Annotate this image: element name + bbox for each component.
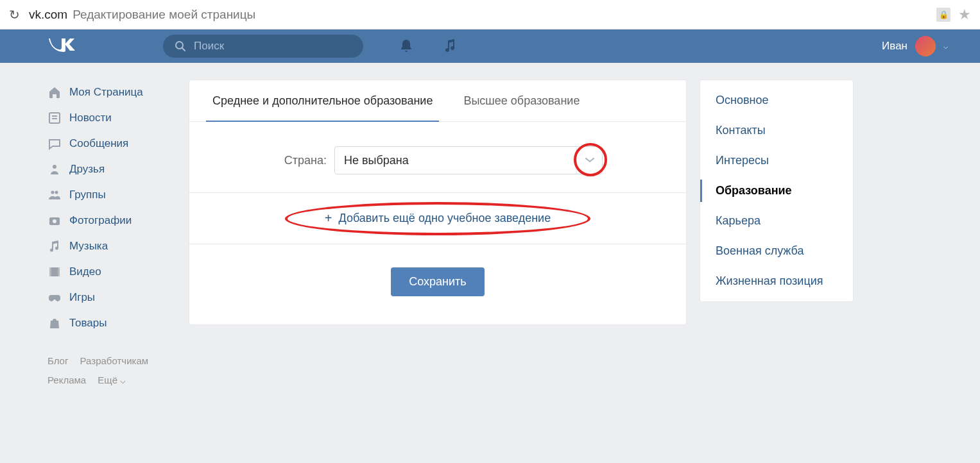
user-menu[interactable]: Иван ⌵ <box>882 36 980 56</box>
chevron-down-icon: ⌵ <box>120 371 126 390</box>
site-header: Иван ⌵ <box>0 29 980 63</box>
add-school-label: Добавить ещё одно учебное заведение <box>339 212 551 225</box>
chevron-down-icon <box>585 158 594 163</box>
nav-groups[interactable]: Группы <box>47 182 176 208</box>
settings-nav: Основное Контакты Интересы Образование К… <box>700 80 854 302</box>
search-input[interactable] <box>194 40 352 53</box>
browser-bar: ↻ vk.com Редактирование моей страницы 🔒 … <box>0 0 980 29</box>
video-icon <box>47 265 62 279</box>
camera-icon <box>47 214 62 228</box>
lock-icon: 🔒 <box>936 8 950 22</box>
avatar <box>915 36 936 56</box>
settings-basic[interactable]: Основное <box>700 85 853 115</box>
country-row: Страна: Не выбрана <box>189 122 686 193</box>
footer-links: Блог Разработчикам Реклама Ещё ⌵ <box>47 351 176 390</box>
nav-my-page[interactable]: Моя Страница <box>47 80 176 105</box>
save-button[interactable]: Сохранить <box>391 267 484 296</box>
nav-photos[interactable]: Фотографии <box>47 208 176 233</box>
nav-news[interactable]: Новости <box>47 105 176 131</box>
nav-music[interactable]: Музыка <box>47 233 176 259</box>
user-name: Иван <box>882 40 907 53</box>
svg-line-1 <box>182 48 185 51</box>
nav-video[interactable]: Видео <box>47 259 176 285</box>
vk-logo[interactable] <box>47 36 77 57</box>
home-icon <box>47 85 62 99</box>
footer-more[interactable]: Ещё ⌵ <box>98 371 126 390</box>
tab-higher-education[interactable]: Высшее образование <box>457 80 586 121</box>
search-icon <box>175 40 186 52</box>
settings-contacts[interactable]: Контакты <box>700 115 853 146</box>
svg-point-7 <box>55 191 58 194</box>
footer-blog[interactable]: Блог <box>47 355 68 366</box>
settings-military[interactable]: Военная служба <box>700 236 853 266</box>
settings-interests[interactable]: Интересы <box>700 146 853 176</box>
address-bar[interactable]: vk.com Редактирование моей страницы <box>29 8 927 22</box>
news-icon <box>47 111 62 125</box>
nav-messages[interactable]: Сообщения <box>47 131 176 156</box>
search-box[interactable] <box>163 35 363 58</box>
plus-icon: + <box>325 211 332 226</box>
nav-market[interactable]: Товары <box>47 310 176 336</box>
country-label: Страна: <box>273 154 327 167</box>
add-school-button[interactable]: + Добавить ещё одно учебное заведение <box>189 193 686 244</box>
market-icon <box>47 316 62 330</box>
groups-icon <box>47 188 62 202</box>
friends-icon <box>47 162 62 176</box>
country-dropdown[interactable]: Не выбрана <box>334 146 603 174</box>
country-value: Не выбрана <box>344 154 409 167</box>
nav-games[interactable]: Игры <box>47 285 176 310</box>
main-card: Среднее и дополнительное образование Выс… <box>189 80 687 325</box>
bell-icon[interactable] <box>399 38 413 54</box>
settings-education[interactable]: Образование <box>700 176 853 206</box>
settings-position[interactable]: Жизненная позиция <box>700 266 853 296</box>
reload-icon[interactable]: ↻ <box>9 7 20 22</box>
tab-secondary-education[interactable]: Среднее и дополнительное образование <box>206 80 439 122</box>
left-nav: Моя Страница Новости Сообщения Друзья Гр… <box>47 80 176 390</box>
chevron-down-icon: ⌵ <box>943 42 948 51</box>
star-icon[interactable]: ★ <box>958 6 971 23</box>
svg-point-9 <box>53 219 56 223</box>
music-icon[interactable] <box>443 38 457 54</box>
message-icon <box>47 137 62 151</box>
footer-developers[interactable]: Разработчикам <box>80 355 148 366</box>
dropdown-caret <box>576 147 602 174</box>
svg-rect-11 <box>49 267 51 276</box>
tabs: Среднее и дополнительное образование Выс… <box>189 80 686 122</box>
settings-career[interactable]: Карьера <box>700 206 853 236</box>
address-domain: vk.com <box>29 8 67 22</box>
nav-friends[interactable]: Друзья <box>47 156 176 182</box>
svg-point-6 <box>51 191 55 194</box>
games-icon <box>47 290 62 305</box>
address-title: Редактирование моей страницы <box>73 8 255 22</box>
footer-ads[interactable]: Реклама <box>47 375 86 385</box>
svg-point-5 <box>53 165 56 169</box>
music-nav-icon <box>47 239 62 253</box>
svg-rect-12 <box>58 267 60 276</box>
